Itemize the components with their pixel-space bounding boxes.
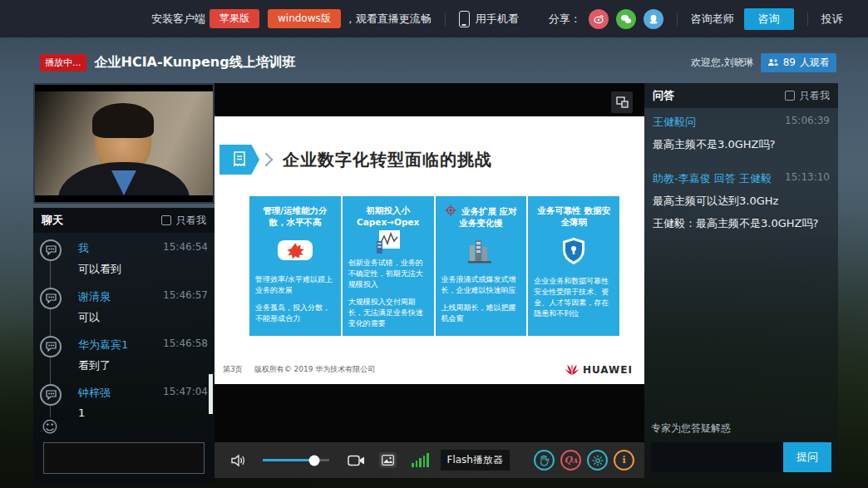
consult-button[interactable]: 咨询 — [744, 8, 794, 30]
share-label: 分享： — [549, 12, 581, 27]
camera-icon[interactable] — [348, 455, 366, 466]
install-client-label: 安装客户端 — [151, 12, 205, 27]
qa-message-line: 王健毅：最高主频不是3.0GHZ吗? — [653, 215, 830, 232]
qa-message-lines: 最高主频可以达到3.0GHz王健毅：最高主频不是3.0GHZ吗? — [653, 193, 830, 232]
raise-hand-button[interactable] — [534, 450, 555, 471]
card-body-line: 业务浪涌式或爆发式增长，企业难以快速响应 — [441, 274, 521, 296]
divider — [677, 12, 678, 26]
flash-player-label: Flash播放器 — [441, 450, 510, 471]
phone-icon — [459, 11, 470, 27]
settings-gear-icon[interactable] — [587, 450, 608, 471]
card-title: 业务可靠性 数据安全薄弱 — [534, 205, 614, 229]
qq-share-icon[interactable] — [644, 9, 663, 29]
checkbox-icon[interactable] — [785, 91, 795, 101]
speaker-icon[interactable] — [231, 454, 248, 467]
qa-button[interactable]: QA — [560, 450, 581, 471]
complaint-button[interactable]: 投诉 — [821, 12, 843, 27]
huawei-logo: HUAWEI — [565, 363, 633, 376]
emoji-button[interactable]: ☺ — [33, 417, 215, 436]
chat-timestamp: 15:46:54 — [163, 241, 208, 256]
qa-message-list[interactable]: 王健毅问 15:06:39 最高主频不是3.0GHZ吗? 助教-李嘉俊 回答 王… — [644, 108, 838, 257]
viewers-label: 人观看 — [800, 56, 830, 70]
qa-message-line: 最高主频可以达到3.0GHz — [653, 193, 830, 209]
chat-timestamp: 15:47:04 — [163, 386, 208, 401]
chat-timestamp: 15:46:58 — [163, 338, 208, 352]
title-bar: 播放中... 企业HCIA-Kunpeng线上培训班 欢迎您,刘晓琳 89 人观… — [0, 48, 868, 76]
player-controls: Flash播放器 QA i — [215, 442, 644, 478]
card-title: 业务扩展 应对业务变化慢 — [441, 205, 521, 229]
card-icon — [441, 229, 521, 271]
windows-version-button[interactable]: windows版 — [268, 9, 341, 28]
card-icon — [534, 229, 614, 273]
image-mode-icon[interactable] — [379, 452, 397, 468]
only-me-label: 只看我 — [176, 214, 206, 228]
viewers-badge: 89 人观看 — [761, 53, 836, 72]
chat-title: 聊天 — [42, 213, 63, 228]
chat-user-name: 钟梓强 — [78, 386, 111, 401]
qa-button-sub: A — [572, 456, 577, 465]
volume-knob[interactable] — [309, 455, 320, 466]
chat-message: 谢清泉 15:46:57 可以 — [40, 289, 208, 325]
chat-user-name: 我 — [78, 241, 89, 256]
wechat-share-icon[interactable] — [616, 9, 636, 29]
qa-message: 王健毅问 15:06:39 最高主频不是3.0GHZ吗? — [653, 115, 830, 153]
huawei-brand-text: HUAWEI — [583, 364, 633, 376]
chat-message-text: 可以 — [78, 310, 208, 325]
chat-only-me-filter[interactable]: 只看我 — [161, 214, 206, 228]
chat-bubble-avatar-icon — [40, 288, 62, 309]
chat-user-name: 谢清泉 — [78, 289, 111, 304]
qa-only-me-filter[interactable]: 只看我 — [785, 89, 830, 103]
question-input[interactable] — [651, 442, 783, 472]
chat-bubble-avatar-icon — [40, 384, 62, 406]
slide-copyright: 版权所有© 2019 华为技术有限公司 — [254, 364, 376, 375]
smooth-hint-label: ，观看直播更流畅 — [345, 12, 432, 27]
qa-panel: 问答 只看我 王健毅问 15:06:39 最高主频不是3.0GHZ吗? 助教-李… — [644, 83, 838, 484]
challenge-card: 业务可靠性 数据安全薄弱 企业业务和数据可靠性安全性受限于技术、资金、人才等因素… — [528, 196, 619, 336]
card-body-line: 上线周期长，难以把握机会窗 — [441, 303, 521, 324]
card-title: 初期投入小 Capex→Opex — [348, 205, 428, 229]
weibo-share-icon[interactable] — [589, 9, 609, 29]
qa-message: 助教-李嘉俊 回答 王健毅 15:13:10 最高主频可以达到3.0GHz王健毅… — [653, 171, 830, 232]
presentation-player: 企业数字化转型面临的挑战 管理/运维能力分散，水平不高 — [215, 83, 644, 478]
qa-user-name: 王健毅问 — [653, 115, 696, 130]
volume-fill — [263, 459, 314, 461]
playing-status-badge: 播放中... — [40, 54, 86, 71]
watch-on-mobile[interactable]: 用手机看 — [459, 11, 519, 27]
chat-message: 华为嘉宾1 15:46:58 看到了 — [40, 338, 208, 373]
ask-question-button[interactable]: 提问 — [783, 442, 831, 472]
slide-page-number: 第3页 — [223, 364, 243, 375]
qa-button-label: Q — [565, 455, 573, 466]
target-icon — [445, 205, 456, 216]
document-icon — [219, 145, 259, 175]
card-icon — [255, 229, 335, 271]
volume-slider[interactable] — [263, 459, 329, 461]
info-button[interactable]: i — [614, 450, 634, 471]
presenter-webcam-video[interactable] — [33, 83, 215, 204]
qa-message-line: 最高主频不是3.0GHZ吗? — [653, 136, 830, 153]
card-body-line: 业务孤岛，投入分散，不能形成合力 — [255, 303, 335, 324]
challenge-cards: 管理/运维能力分散，水平不高 管理效率/水平难以跟上业务的发展业务孤岛，投入分散… — [249, 196, 619, 336]
qa-timestamp: 15:06:39 — [785, 115, 830, 130]
chat-message-text: 1 — [78, 407, 208, 417]
card-icon — [348, 229, 428, 254]
chat-scrollbar[interactable] — [209, 374, 213, 414]
mobile-label: 用手机看 — [476, 12, 519, 27]
qa-header: 问答 只看我 — [644, 83, 838, 108]
checkbox-icon[interactable] — [161, 215, 171, 225]
qa-timestamp: 15:13:10 — [785, 171, 830, 186]
huawei-flower-icon — [565, 363, 579, 376]
swap-view-icon[interactable] — [611, 91, 633, 113]
qa-title: 问答 — [653, 88, 674, 103]
challenge-card: 业务扩展 应对业务变化慢 业务浪涌式或爆发式增长，企业难以快速响应上线周期长，难… — [436, 196, 527, 336]
card-body: 管理效率/水平难以跟上业务的发展业务孤岛，投入分散，不能形成合力 — [255, 274, 335, 331]
apple-version-button[interactable]: 苹果版 — [210, 9, 259, 28]
people-icon — [767, 58, 779, 67]
welcome-user-label: 欢迎您,刘晓琳 — [691, 56, 754, 70]
slide-title-row: 企业数字化转型面临的挑战 — [219, 145, 644, 175]
chat-message: 我 15:46:54 可以看到 — [40, 241, 208, 277]
chat-message-list[interactable]: 我 15:46:54 可以看到 谢清泉 15:46:57 可以 — [33, 233, 215, 417]
qa-hint-label: 专家为您答疑解惑 — [651, 421, 831, 436]
card-body: 业务浪涌式或爆发式增长，企业难以快速响应上线周期长，难以把握机会窗 — [441, 274, 521, 331]
chat-input[interactable] — [43, 442, 205, 474]
viewers-count: 89 — [783, 57, 796, 68]
